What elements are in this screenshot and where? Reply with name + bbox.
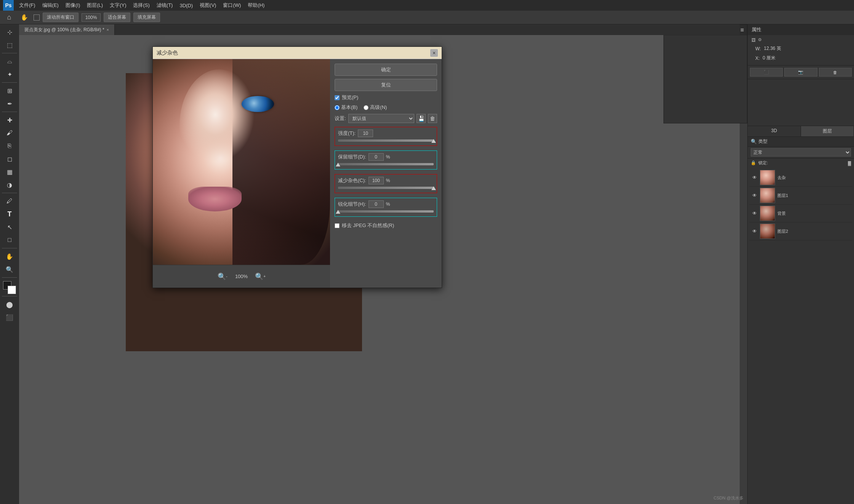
- reduce-thumb[interactable]: [431, 186, 436, 190]
- zoom-in-btn[interactable]: 🔍+: [255, 272, 265, 282]
- layer-name-2: 背景: [777, 211, 786, 216]
- layer-item-0[interactable]: 👁 去杂: [749, 169, 852, 187]
- quick-mask-icon[interactable]: ⬤: [3, 298, 16, 310]
- preview-checkbox[interactable]: [335, 95, 340, 100]
- basic-radio[interactable]: [335, 105, 340, 110]
- dodge-icon[interactable]: ◑: [3, 179, 16, 191]
- settings-row: 设置: 默认值 💾 🗑: [335, 114, 437, 123]
- clone-stamp-icon[interactable]: ⎘: [3, 140, 16, 152]
- scroll-all-btn[interactable]: 滚动所有窗口: [43, 13, 79, 22]
- menu-select[interactable]: 选择(S): [130, 1, 152, 10]
- layer-visibility-2[interactable]: 👁: [751, 210, 758, 216]
- history-menu-icon[interactable]: ≡: [740, 27, 744, 34]
- layer-thumbnail-2: [760, 206, 775, 221]
- ok-button[interactable]: 确定: [335, 64, 437, 76]
- reduce-input[interactable]: [369, 177, 384, 184]
- menu-edit[interactable]: 编辑(E): [39, 1, 62, 10]
- icon-btn-1[interactable]: ⬛: [750, 68, 783, 77]
- hand-tool-icon[interactable]: ✋: [18, 11, 30, 24]
- preserve-label: 保留细节(D):: [338, 154, 366, 160]
- toolbar-separator-6: [2, 277, 17, 278]
- scroll-checkbox[interactable]: [34, 14, 40, 21]
- dialog-preview-area: 🔍- 100% 🔍+: [153, 59, 330, 288]
- path-selection-icon[interactable]: ↖: [3, 221, 16, 233]
- sharpen-track[interactable]: [338, 210, 434, 213]
- advanced-radio[interactable]: [364, 105, 369, 110]
- lasso-tool-icon[interactable]: ⌓: [3, 55, 16, 67]
- preserve-input[interactable]: [369, 153, 384, 161]
- zoom-tool-icon[interactable]: 🔍: [3, 263, 16, 275]
- home-icon[interactable]: ⌂: [3, 11, 15, 24]
- image-icon-btn[interactable]: 🖼: [751, 38, 756, 42]
- sharpen-unit: %: [386, 202, 390, 207]
- sharpen-input[interactable]: [369, 200, 384, 208]
- remove-jpeg-checkbox[interactable]: [335, 223, 340, 228]
- toolbar-separator-7: [2, 296, 17, 296]
- menu-view[interactable]: 视图(V): [197, 1, 219, 10]
- menu-text[interactable]: 文字(Y): [107, 1, 129, 10]
- type-tool-icon[interactable]: T: [3, 208, 16, 220]
- icon-btn-3[interactable]: 🗑: [819, 68, 852, 77]
- blend-mode-select[interactable]: 正常: [751, 148, 851, 157]
- strength-track[interactable]: [338, 139, 434, 142]
- x-value: 0 厘米: [763, 55, 775, 61]
- layer-item-2[interactable]: 👁 背景: [749, 205, 852, 222]
- healing-brush-icon[interactable]: ✚: [3, 114, 16, 126]
- move-tool-icon[interactable]: ⊹: [3, 26, 16, 38]
- menu-help[interactable]: 帮助(H): [245, 1, 268, 10]
- save-settings-btn[interactable]: 💾: [417, 114, 426, 123]
- preserve-track[interactable]: [338, 163, 434, 165]
- layer-visibility-1[interactable]: 👁: [751, 192, 758, 198]
- layer-visibility-3[interactable]: 👁: [751, 228, 758, 234]
- 3d-tab[interactable]: 3D: [748, 126, 801, 136]
- screen-mode-icon[interactable]: ⬛: [3, 311, 16, 323]
- delete-settings-btn[interactable]: 🗑: [428, 114, 437, 123]
- settings-select[interactable]: 默认值: [348, 114, 414, 123]
- menu-window[interactable]: 窗口(W): [220, 1, 244, 10]
- menu-layer[interactable]: 图层(L): [84, 1, 106, 10]
- menu-file[interactable]: 文件(F): [16, 1, 38, 10]
- layer-item-3[interactable]: 👁 图层2: [749, 222, 852, 240]
- reduce-track[interactable]: [338, 187, 434, 189]
- dialog-close-button[interactable]: ×: [430, 49, 438, 57]
- strength-input[interactable]: [358, 130, 373, 137]
- sharpen-thumb[interactable]: [336, 210, 340, 214]
- layer-item-1[interactable]: 👁 图层1: [749, 187, 852, 205]
- crop-tool-icon[interactable]: ⊞: [3, 85, 16, 97]
- brush-tool-icon[interactable]: 🖌: [3, 127, 16, 139]
- menu-image[interactable]: 图像(I): [62, 1, 83, 10]
- adjust-icon-btn[interactable]: ⚙: [758, 37, 762, 42]
- layers-tab[interactable]: 图层: [801, 126, 854, 136]
- marquee-tool-icon[interactable]: ⬚: [3, 39, 16, 51]
- document-tab-close[interactable]: ×: [107, 27, 109, 32]
- icon-btn-2[interactable]: 📷: [784, 68, 817, 77]
- magic-wand-icon[interactable]: ✦: [3, 68, 16, 80]
- layer-visibility-0[interactable]: 👁: [751, 174, 758, 181]
- preserve-thumb[interactable]: [336, 163, 340, 166]
- shape-tool-icon[interactable]: □: [3, 234, 16, 246]
- menu-filter[interactable]: 滤镜(T): [154, 1, 176, 10]
- fill-screen-btn[interactable]: 填充屏幕: [133, 13, 160, 22]
- reset-button[interactable]: 复位: [335, 79, 437, 91]
- color-selector[interactable]: [3, 281, 16, 294]
- background-color[interactable]: [8, 286, 16, 294]
- eraser-icon[interactable]: ◻: [3, 153, 16, 165]
- preserve-unit: %: [386, 154, 390, 160]
- layer-name-1: 图层1: [777, 193, 788, 198]
- search-icon: 🔍: [751, 139, 757, 144]
- preview-label: 预览(P): [342, 94, 358, 101]
- width-row: W: 12.36 英: [751, 44, 850, 53]
- eyedropper-icon[interactable]: ✒: [3, 98, 16, 110]
- properties-title: 属性: [751, 26, 761, 33]
- pen-tool-icon[interactable]: 🖊: [3, 195, 16, 207]
- strength-thumb[interactable]: [431, 139, 436, 143]
- menu-3d[interactable]: 3D(D): [176, 2, 196, 9]
- gradient-icon[interactable]: ▦: [3, 166, 16, 178]
- toolbar-separator-2: [2, 82, 17, 83]
- zoom-display: 100%: [82, 13, 101, 22]
- layer-name-3: 图层2: [777, 229, 788, 234]
- zoom-out-btn[interactable]: 🔍-: [218, 272, 228, 282]
- fit-screen-btn[interactable]: 适合屏幕: [104, 13, 130, 22]
- hand-pan-icon[interactable]: ✋: [3, 250, 16, 262]
- document-tab[interactable]: 斑点美女.jpg @ 100% (去杂, RGB/8#) * ×: [19, 24, 115, 35]
